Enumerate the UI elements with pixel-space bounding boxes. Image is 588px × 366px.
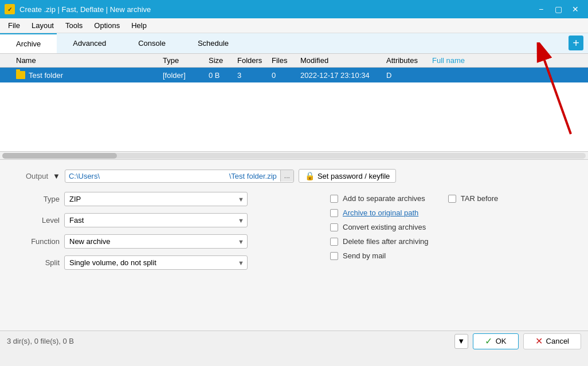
level-select[interactable]: Store Fastest Fast Normal Maximum Ultra xyxy=(64,213,248,227)
menu-layout[interactable]: Layout xyxy=(26,20,60,31)
form-right: Add to separate archives TAR before Arch… xyxy=(330,192,574,277)
tab-console[interactable]: Console xyxy=(122,33,182,53)
row-name: Test folder xyxy=(2,71,163,80)
form-grid: Type ZIP 7Z TAR GZ BZ2 ▼ xyxy=(14,192,574,277)
status-dropdown[interactable]: ▼ xyxy=(454,334,468,349)
col-header-folders: Folders xyxy=(237,56,272,65)
row-attributes: D xyxy=(386,71,432,80)
file-table: Name Type Size Folders Files Modified At… xyxy=(0,54,588,152)
status-text: 3 dir(s), 0 file(s), 0 B xyxy=(7,337,74,345)
menu-options[interactable]: Options xyxy=(88,20,126,31)
function-select[interactable]: New archive Add Update Freshen Synchroni… xyxy=(64,234,248,249)
delete-files-checkbox[interactable] xyxy=(330,238,338,246)
type-row: Type ZIP 7Z TAR GZ BZ2 ▼ xyxy=(14,192,312,206)
tab-advanced[interactable]: Advanced xyxy=(57,33,122,53)
col-header-name: Name xyxy=(2,56,163,65)
col-header-type: Type xyxy=(163,56,209,65)
send-mail-checkbox[interactable] xyxy=(330,252,338,260)
function-label: Function xyxy=(14,237,60,246)
menubar: File Layout Tools Options Help xyxy=(0,18,588,33)
set-password-button[interactable]: 🔒 Set password / keyfile xyxy=(299,169,396,183)
form-left: Type ZIP 7Z TAR GZ BZ2 ▼ xyxy=(14,192,312,277)
row-type: [folder] xyxy=(163,71,209,80)
statusbar-right: ▼ ✓ OK ✕ Cancel xyxy=(454,333,581,349)
delete-files-checkbox-row: Delete files after archiving xyxy=(330,237,574,246)
table-row[interactable]: Test folder [folder] 0 B 3 0 2022-12-17 … xyxy=(0,68,588,82)
split-select[interactable]: Single volume, do not split 1.44 MB 650 … xyxy=(64,255,248,270)
split-row: Split Single volume, do not split 1.44 M… xyxy=(14,255,312,270)
table-header: Name Type Size Folders Files Modified At… xyxy=(0,54,588,68)
tab-schedule[interactable]: Schedule xyxy=(182,33,245,53)
cancel-button[interactable]: ✕ Cancel xyxy=(523,333,581,349)
add-tab-button[interactable]: + xyxy=(569,36,583,50)
folder-icon xyxy=(16,71,25,79)
send-mail-label: Send by mail xyxy=(343,251,386,260)
maximize-button[interactable]: ▢ xyxy=(550,3,566,15)
tar-before-checkbox-row: TAR before xyxy=(448,194,499,203)
menu-help[interactable]: Help xyxy=(126,20,152,31)
convert-existing-label: Convert existing archives xyxy=(343,223,426,231)
convert-existing-checkbox[interactable] xyxy=(330,223,338,231)
titlebar-title: Create .zip | Fast, Deflate | New archiv… xyxy=(19,5,528,14)
convert-existing-checkbox-row: Convert existing archives xyxy=(330,223,574,231)
add-separate-checkbox[interactable] xyxy=(330,195,338,203)
file-empty-area xyxy=(0,82,588,151)
delete-files-label: Delete files after archiving xyxy=(343,237,429,246)
col-header-size: Size xyxy=(209,56,237,65)
level-select-wrapper: Store Fastest Fast Normal Maximum Ultra … xyxy=(64,213,248,227)
chevron-down-icon: ▼ xyxy=(457,337,465,345)
level-label: Level xyxy=(14,216,60,225)
minimize-button[interactable]: − xyxy=(533,3,549,15)
row-files: 0 xyxy=(272,71,300,80)
lock-icon: 🔒 xyxy=(305,171,315,180)
split-select-wrapper: Single volume, do not split 1.44 MB 650 … xyxy=(64,255,248,270)
type-select[interactable]: ZIP 7Z TAR GZ BZ2 xyxy=(64,192,248,206)
tab-archive[interactable]: Archive xyxy=(0,33,57,53)
tar-before-label: TAR before xyxy=(461,194,499,203)
row-folders: 3 xyxy=(237,71,272,80)
close-button[interactable]: ✕ xyxy=(567,3,583,15)
archive-original-checkbox[interactable] xyxy=(330,209,338,217)
tar-before-checkbox[interactable] xyxy=(448,195,456,203)
statusbar: 3 dir(s), 0 file(s), 0 B ▼ ✓ OK ✕ Cancel xyxy=(0,330,588,351)
col-header-files: Files xyxy=(272,56,300,65)
app-icon: ✓ xyxy=(5,4,15,14)
function-select-wrapper: New archive Add Update Freshen Synchroni… xyxy=(64,234,248,249)
menu-tools[interactable]: Tools xyxy=(60,20,88,31)
archive-original-label: Archive to original path xyxy=(343,208,418,217)
level-row: Level Store Fastest Fast Normal Maximum … xyxy=(14,213,312,227)
menu-file[interactable]: File xyxy=(2,20,26,31)
row-modified: 2022-12-17 23:10:34 xyxy=(300,71,386,80)
type-label: Type xyxy=(14,195,60,203)
titlebar-controls: − ▢ ✕ xyxy=(533,3,583,15)
output-path-right: \Test folder.zip xyxy=(226,170,280,182)
ok-button[interactable]: ✓ OK xyxy=(473,333,519,349)
output-path-box: C:\Users\ \Test folder.zip ... xyxy=(65,170,294,183)
col-header-modified: Modified xyxy=(300,56,386,65)
col-header-fullname: Full name xyxy=(432,56,465,65)
output-path-left: C:\Users\ xyxy=(65,170,226,182)
output-row: Output ▼ C:\Users\ \Test folder.zip ... … xyxy=(14,169,574,183)
type-select-wrapper: ZIP 7Z TAR GZ BZ2 ▼ xyxy=(64,192,248,206)
x-icon: ✕ xyxy=(535,336,543,347)
check-icon: ✓ xyxy=(485,336,492,347)
row-size: 0 B xyxy=(209,71,237,80)
horizontal-scrollbar[interactable] xyxy=(0,152,588,160)
archive-original-checkbox-row: Archive to original path xyxy=(330,208,574,217)
titlebar: ✓ Create .zip | Fast, Deflate | New arch… xyxy=(0,0,588,18)
col-header-attributes: Attributes xyxy=(386,56,432,65)
function-row: Function New archive Add Update Freshen … xyxy=(14,234,312,249)
split-label: Split xyxy=(14,258,60,267)
bottom-panel: Output ▼ C:\Users\ \Test folder.zip ... … xyxy=(0,160,588,330)
output-dropdown[interactable]: ▼ xyxy=(53,172,60,180)
add-separate-checkbox-row: Add to separate archives xyxy=(330,194,425,203)
add-separate-label: Add to separate archives xyxy=(343,194,425,203)
tabbar: Archive Advanced Console Schedule + xyxy=(0,33,588,54)
send-mail-checkbox-row: Send by mail xyxy=(330,251,574,260)
output-label: Output xyxy=(14,172,48,180)
browse-button[interactable]: ... xyxy=(280,170,293,182)
